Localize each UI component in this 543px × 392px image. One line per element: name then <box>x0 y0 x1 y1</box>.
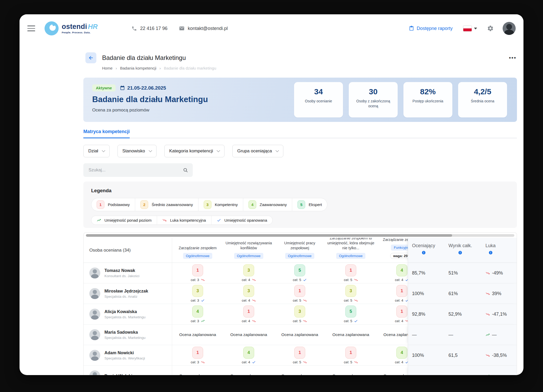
level-badge-4: 4 <box>248 200 256 209</box>
main-content: Badanie dla działu Marketingu ••• Home ›… <box>83 42 517 375</box>
chevron-down-icon <box>474 28 477 29</box>
target-label: cel: 3 <box>191 298 199 302</box>
competency-cell: 3cel: 4 <box>223 283 274 304</box>
legend-markers: Umiejętność ponad poziomLuka kompetencyj… <box>91 216 273 225</box>
breadcrumb-surveys[interactable]: Badania kompetencji <box>120 66 156 70</box>
person-role: Konsultant ds. Jakości <box>104 274 139 278</box>
filter-dropdown-grupa-oceniaj-ca[interactable]: Grupa oceniająca <box>232 145 283 157</box>
brand-logo[interactable]: ostendi HR People. Process. Data. <box>45 21 98 35</box>
table-row[interactable]: Alicja KowalskaSpecjalista ds. Marketing… <box>84 304 517 325</box>
table-row[interactable]: Daniel WolskiOcena zaplanowanaOcena zapl… <box>84 366 517 375</box>
competency-cell: 1cel: 3 <box>172 263 223 283</box>
level-badge-3: 3 <box>294 306 305 318</box>
target-label: cel: 4 <box>242 319 250 323</box>
user-avatar[interactable] <box>503 22 516 35</box>
gap-cell: 39% <box>485 291 517 296</box>
table-row[interactable]: Adam NowickiSpecjalista ds. Weryfikacji1… <box>84 345 517 366</box>
clipboard-icon <box>409 26 414 31</box>
table-body: Tomasz NowakKonsultant ds. Jakości1cel: … <box>84 263 517 375</box>
target-line: cel: 5 <box>344 360 358 364</box>
competency-cell: 1cel: 5 <box>325 263 376 283</box>
email-address: kontakt@ostendi.pl <box>188 26 228 31</box>
phone-contact: 22 416 17 96 <box>132 26 167 31</box>
hamburger-menu-icon[interactable] <box>27 26 35 31</box>
competency-title: Zarządzanie zespołem <box>383 238 408 242</box>
stat-value: 30 <box>349 87 398 96</box>
rater-percentage: — <box>412 332 448 338</box>
horizontal-scrollbar-thumb[interactable] <box>86 234 452 237</box>
planned-assessment-label: Ocena zaplanowana <box>383 366 408 375</box>
chevron-down-icon <box>149 149 152 152</box>
person-info: Mirosław JędrzejczakSpecjalista ds. Anal… <box>104 289 148 298</box>
target-line: cel: 4 <box>242 360 255 364</box>
info-icon[interactable] <box>422 251 426 255</box>
competency-column-header-4: Zarządzanie zespołem to umiejętność, któ… <box>325 238 376 263</box>
competency-cell: Ocena zaplanowana <box>274 366 325 375</box>
level-badge-3: 3 <box>243 264 254 276</box>
target-label: cel: 4 <box>395 360 403 364</box>
total-score: — <box>448 373 485 375</box>
competency-cell: Ocena zaplanowana <box>325 325 376 345</box>
gap-value: — <box>492 332 497 338</box>
person-name: Adam Nowicki <box>104 350 145 355</box>
planned-assessment-label: Ocena zaplanowana <box>179 325 216 345</box>
table-row[interactable]: Mirosław JędrzejczakSpecjalista ds. Anal… <box>84 283 517 304</box>
survey-banner: Aktywne 21.05-22.06.2025 Badanie dla dzi… <box>83 78 517 122</box>
level-badge-1: 1 <box>192 264 203 276</box>
competency-category-tag: Ogólnofirmowe <box>234 253 264 259</box>
trend-down-icon <box>201 278 205 282</box>
more-options-button[interactable]: ••• <box>509 54 517 61</box>
filter-label: Kategoria kompetencji <box>169 148 213 154</box>
person-name: Alicja Kowalska <box>104 309 146 314</box>
stat-value: 34 <box>294 87 343 96</box>
competency-cell: 1cel: 4 <box>376 304 408 324</box>
info-icon[interactable] <box>458 251 462 255</box>
language-selector[interactable] <box>463 26 477 32</box>
target-label: cel: 5 <box>293 278 301 282</box>
target-label: cel: 3 <box>191 360 199 364</box>
available-reports-button[interactable]: Dostępne raporty <box>409 26 453 31</box>
banner-stats: 34Osoby ocenianie30Osoby z zakończoną oc… <box>294 82 507 117</box>
target-label: cel: 5 <box>344 298 352 302</box>
person-cell: Maria SadowskaSpecjalista ds. Marketingu <box>84 325 172 345</box>
legend-marker-item: Luka kompetencyjna <box>157 216 211 225</box>
level-badge-5: 5 <box>345 306 356 318</box>
back-button[interactable] <box>85 52 96 63</box>
stat-label: Osoby z zakończoną oceną <box>349 99 398 109</box>
chevron-down-icon <box>102 149 105 152</box>
target-line: cel: 4 <box>395 319 408 323</box>
competency-cell: Ocena zaplanowana <box>223 366 274 375</box>
search-input[interactable] <box>88 167 183 173</box>
filter-dropdown-stanowisko[interactable]: Stanowisko <box>117 145 157 157</box>
legend-title: Legenda <box>91 188 509 194</box>
table-row[interactable]: Tomasz NowakKonsultant ds. Jakości1cel: … <box>84 263 517 283</box>
table-row[interactable]: Maria SadowskaSpecjalista ds. Marketingu… <box>84 325 517 345</box>
brand-logo-icon <box>45 21 59 35</box>
target-label: cel: 5 <box>344 360 352 364</box>
person-avatar <box>89 309 100 320</box>
check-icon <box>303 278 307 282</box>
summary-column-label: Wynik całk. <box>448 243 472 248</box>
calendar-icon <box>120 85 125 91</box>
person-info: Adam NowickiSpecjalista ds. Weryfikacji <box>104 350 145 360</box>
search-icon[interactable] <box>183 167 188 173</box>
legend-marker-label: Luka kompetencyjna <box>170 218 206 222</box>
level-badge-1: 1 <box>294 285 305 297</box>
tab-competency-matrix[interactable]: Matryca kompetencji <box>83 129 130 138</box>
info-icon[interactable] <box>489 251 493 255</box>
level-badge-1: 1 <box>396 306 407 318</box>
breadcrumb-home[interactable]: Home <box>102 66 113 70</box>
target-line: cel: 4 <box>242 298 255 302</box>
person-cell: Mirosław JędrzejczakSpecjalista ds. Anal… <box>84 283 172 304</box>
person-name: Maria Sadowska <box>104 330 146 335</box>
filter-dropdown-dzia-[interactable]: Dział <box>83 145 110 157</box>
settings-button[interactable] <box>487 25 494 32</box>
target-line: cel: 5 <box>293 319 307 323</box>
person-info: Daniel Wolski <box>104 374 132 375</box>
target-label: cel: 5 <box>293 360 301 364</box>
trend-down-icon <box>303 298 307 302</box>
horizontal-scrollbar-track[interactable] <box>86 234 514 237</box>
filter-dropdown-kategoria-kompetencji[interactable]: Kategoria kompetencji <box>164 145 224 157</box>
target-line: cel: 3 <box>191 319 204 323</box>
stat-value: 82% <box>403 87 452 96</box>
